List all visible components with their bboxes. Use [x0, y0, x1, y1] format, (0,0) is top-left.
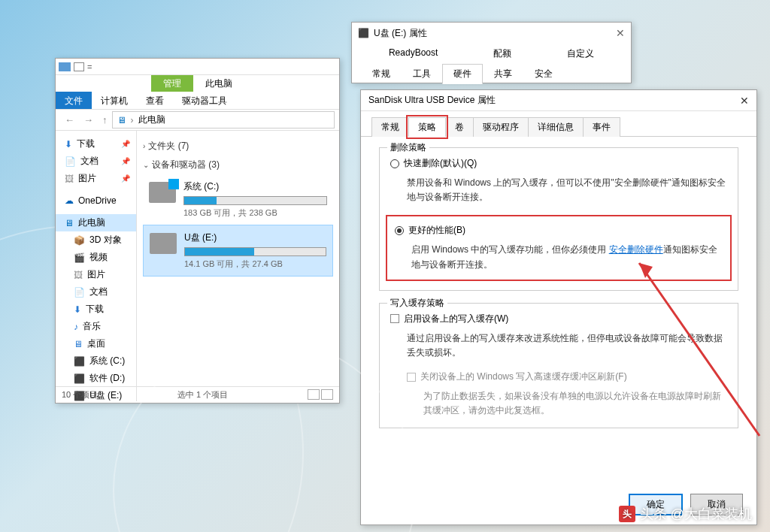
- tab-customize[interactable]: 自定义: [556, 44, 605, 64]
- sidebar-item-documents2[interactable]: 📄文档: [56, 283, 136, 301]
- watermark: 头 头条 @大白菜装机: [619, 505, 752, 523]
- picture-icon: 🖼: [74, 270, 83, 280]
- sidebar-label: 文档: [80, 155, 99, 168]
- radio-label: 更好的性能(B): [408, 224, 465, 237]
- device-properties-dialog: SanDisk Ultra USB Device 属性 ✕ 常规 策略 卷 驱动…: [360, 89, 757, 525]
- sidebar-label: 下载: [77, 138, 95, 150]
- radio-better-performance[interactable]: 更好的性能(B): [395, 224, 723, 237]
- drive-icon: [150, 233, 177, 254]
- chevron-down-icon: ⌄: [143, 161, 149, 169]
- watermark-text: 头条 @大白菜装机: [640, 505, 752, 523]
- better-performance-highlight: 更好的性能(B) 启用 Windows 中的写入缓存功能，但你必须使用 安全删除…: [386, 215, 732, 280]
- sidebar-item-downloads2[interactable]: ⬇下载: [56, 301, 136, 318]
- radio-icon: [395, 226, 404, 235]
- drive-icon: [149, 182, 176, 203]
- explorer-titlebar[interactable]: =: [56, 59, 339, 75]
- devprops-tabs: 常规 策略 卷 驱动程序 详细信息 事件: [361, 111, 756, 137]
- sidebar-item-music[interactable]: ♪音乐: [56, 318, 136, 335]
- sidebar-label: 文档: [89, 286, 108, 298]
- group-title: 删除策略: [387, 141, 429, 154]
- sidebar-item-desktop[interactable]: 🖥桌面: [56, 335, 136, 352]
- tab-details[interactable]: 详细信息: [528, 117, 584, 137]
- menu-drive-tools[interactable]: 驱动器工具: [173, 92, 236, 109]
- checkbox-label: 启用设备上的写入缓存(W): [404, 313, 508, 325]
- radio-quick-removal[interactable]: 快速删除(默认)(Q): [390, 157, 727, 170]
- tab-general[interactable]: 常规: [361, 64, 402, 84]
- menu-file[interactable]: 文件: [56, 92, 92, 109]
- drive-c[interactable]: 系统 (C:) 183 GB 可用，共 238 GB: [143, 174, 333, 225]
- document-icon: 📄: [74, 287, 85, 298]
- tab-general[interactable]: 常规: [371, 117, 409, 137]
- status-bar: 10 个项目 选中 1 个项目: [56, 386, 339, 403]
- checkbox-enable-cache[interactable]: 启用设备上的写入缓存(W): [390, 313, 727, 325]
- pin-icon: 📌: [121, 174, 130, 183]
- sidebar-item-thispc[interactable]: 🖥此电脑: [56, 214, 136, 231]
- sidebar-item-onedrive[interactable]: ☁OneDrive: [56, 193, 136, 208]
- view-mode-icons[interactable]: [308, 389, 333, 401]
- sidebar-item-downloads[interactable]: ⬇下载📌: [56, 135, 136, 153]
- sidebar-label: 桌面: [87, 337, 105, 350]
- safely-remove-link[interactable]: 安全删除硬件: [609, 244, 663, 255]
- group-devices[interactable]: ⌄设备和驱动器 (3): [143, 156, 333, 174]
- sidebar-label: 3D 对象: [89, 234, 122, 246]
- menu-view[interactable]: 查看: [137, 92, 173, 109]
- better-performance-desc: 启用 Windows 中的写入缓存功能，但你必须使用 安全删除硬件通知图标安全地…: [395, 243, 723, 271]
- sidebar-item-softd[interactable]: ⬛软件 (D:): [56, 370, 136, 387]
- close-icon[interactable]: ✕: [740, 95, 749, 107]
- sidebar-label: 软件 (D:): [89, 372, 125, 385]
- status-selection: 选中 1 个项目: [177, 389, 228, 401]
- tab-tools[interactable]: 工具: [402, 64, 442, 84]
- removal-policy-group: 删除策略 快速删除(默认)(Q) 禁用设备和 Windows 上的写入缓存，但可…: [379, 147, 738, 291]
- nav-up-icon[interactable]: ↑: [102, 114, 108, 125]
- tab-events[interactable]: 事件: [583, 117, 620, 137]
- tab-sharing[interactable]: 共享: [483, 64, 523, 84]
- tab-volumes[interactable]: 卷: [445, 117, 474, 137]
- sidebar-item-pictures2[interactable]: 🖼图片: [56, 266, 136, 283]
- sidebar-item-3d[interactable]: 📦3D 对象: [56, 231, 136, 249]
- pc-icon: 🖥: [65, 218, 74, 228]
- address-text: 此电脑: [138, 113, 165, 126]
- download-icon: ⬇: [65, 139, 72, 150]
- video-icon: 🎬: [74, 252, 85, 263]
- ribbon-tab-manage[interactable]: 管理: [151, 75, 193, 92]
- radio-label: 快速删除(默认)(Q): [404, 157, 477, 170]
- sidebar-label: 此电脑: [78, 216, 105, 229]
- drive-icon: ⬛: [74, 373, 85, 384]
- policy-panel: 删除策略 快速删除(默认)(Q) 禁用设备和 Windows 上的写入缓存，但可…: [361, 137, 756, 451]
- flush-desc: 为了防止数据丢失，如果设备没有单独的电源以允许设备在电源故障时刷新其缓冲区，请勿…: [390, 389, 727, 418]
- address-bar[interactable]: 🖥 › 此电脑: [112, 111, 335, 128]
- sidebar-label: 音乐: [83, 320, 101, 333]
- drive-icon: ⬛: [358, 28, 369, 38]
- group-label: 文件夹 (7): [148, 140, 189, 153]
- drive-properties-dialog: ⬛ U盘 (E:) 属性 ✕ ReadyBoost 配额 自定义 常规 工具 硬…: [351, 22, 632, 83]
- status-count: 10 个项目: [62, 389, 98, 401]
- devprops-titlebar[interactable]: SanDisk Ultra USB Device 属性 ✕: [361, 90, 756, 111]
- props-title: U盘 (E:) 属性: [374, 27, 427, 40]
- menu-computer[interactable]: 计算机: [92, 92, 137, 109]
- props-tabs-row1: ReadyBoost 配额 自定义: [352, 44, 631, 64]
- drive-e[interactable]: U盘 (E:) 14.1 GB 可用，共 27.4 GB: [143, 225, 333, 277]
- sidebar-item-pictures[interactable]: 🖼图片📌: [56, 170, 136, 187]
- close-icon[interactable]: ✕: [616, 27, 625, 39]
- sidebar-label: 图片: [78, 172, 96, 185]
- sidebar-item-videos[interactable]: 🎬视频: [56, 249, 136, 266]
- tab-driver[interactable]: 驱动程序: [473, 117, 529, 137]
- props-tabs-row2: 常规 工具 硬件 共享 安全: [352, 64, 631, 84]
- explorer-window: = 管理 此电脑 文件 计算机 查看 驱动器工具 ← → ↑ 🖥 › 此电脑 ⬇…: [55, 58, 340, 404]
- sidebar-label: OneDrive: [78, 195, 117, 206]
- sidebar-item-sysc[interactable]: ⬛系统 (C:): [56, 352, 136, 370]
- nav-back-icon[interactable]: ←: [65, 114, 74, 125]
- tab-readyboost[interactable]: ReadyBoost: [377, 44, 449, 64]
- tab-policy[interactable]: 策略: [408, 117, 446, 137]
- ribbon-tab-thispc: 此电脑: [193, 75, 244, 92]
- group-label: 设备和驱动器 (3): [152, 159, 220, 171]
- radio-icon: [390, 159, 399, 168]
- tab-security[interactable]: 安全: [523, 64, 564, 84]
- tab-quota[interactable]: 配额: [482, 44, 523, 64]
- nav-fwd-icon[interactable]: →: [83, 114, 93, 125]
- group-folders[interactable]: ›文件夹 (7): [143, 137, 333, 156]
- props-titlebar[interactable]: ⬛ U盘 (E:) 属性 ✕: [352, 23, 631, 44]
- quick-removal-desc: 禁用设备和 Windows 上的写入缓存，但可以不使用"安全删除硬件"通知图标安…: [390, 176, 727, 204]
- sidebar-item-documents[interactable]: 📄文档📌: [56, 153, 136, 170]
- tab-hardware[interactable]: 硬件: [442, 64, 483, 84]
